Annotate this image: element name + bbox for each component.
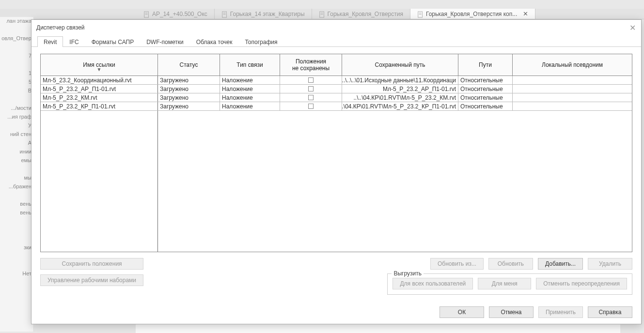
document-icon [417,11,423,17]
background-panel-row [0,26,33,34]
document-tab[interactable]: Горькая_Кровля_Отверстия [312,9,410,19]
tab-strip: RevitIFCФорматы САПРDWF-пометкиОблака то… [31,35,641,47]
background-panel-row: вень [0,209,33,217]
cancel-overrides-button[interactable]: Отменить переопределения [536,278,627,289]
checkbox-icon[interactable] [308,86,314,91]
grid-body: Мл-5_23.2_Координационный.rvtЗагруженоНа… [41,76,632,252]
cell-status: Загружено [158,102,220,110]
tab-dwf-пометки[interactable]: DWF-пометки [140,36,189,47]
apply-button[interactable]: Применить [538,306,583,318]
background-panel-row: бражен... [0,182,33,191]
cell-alias [513,102,632,110]
svg-rect-1 [145,13,148,13]
col-header-path[interactable]: Сохраненный путь [342,54,458,76]
dialog-title: Диспетчер связей [36,24,85,31]
cell-type: Наложение [220,102,280,110]
background-panel-row: В [0,87,33,95]
col-header-name[interactable]: Имя ссылки ▼ [41,54,158,76]
tab-облака-точек[interactable]: Облака точек [190,36,239,47]
svg-rect-8 [320,14,323,15]
background-panel-row: А [0,139,33,148]
cell-alias [513,85,632,93]
cell-paths: Относительные [458,102,513,110]
background-panel-row: мы [0,174,33,182]
document-tab-label: Горькая_14 этаж_Квартиры [230,11,305,17]
background-panel-row [0,217,33,226]
cancel-button[interactable]: Отмена [489,306,534,318]
ok-button[interactable]: ОК [440,306,484,318]
document-tab[interactable]: Горькая_Кровля_Отверстия коп...✕ [410,9,535,19]
cell-path: ..\..\04.КР\01.RVT\Мл-5_Р_23.2_КМ.rvt [342,93,458,102]
background-panel-row: зки [0,243,33,252]
document-icon [143,11,149,17]
tab-топография[interactable]: Топография [238,36,283,47]
links-grid: Имя ссылки ▼ Статус Тип связи Положения … [40,54,632,252]
cell-name: Мл-5_Р_23.2_КР_П1-01.rvt [41,102,158,110]
col-header-unsaved[interactable]: Положения не сохранены [280,54,342,76]
document-tab[interactable]: Горькая_14 этаж_Квартиры [215,9,312,19]
background-properties-panel: лан этажаовля_Отвер715Вмости/...ия граф.… [0,17,34,332]
document-tabs: АР_14_+40.500_ОксГорькая_14 этаж_Квартир… [0,9,644,19]
background-panel-row [0,61,33,69]
svg-rect-2 [145,14,148,15]
col-header-paths[interactable]: Пути [458,54,513,76]
tab-ifc[interactable]: IFC [63,36,85,47]
background-panel-row [0,226,33,235]
col-header-status[interactable]: Статус [158,54,220,76]
background-panel-row: ия граф... [0,113,33,121]
cell-unsaved [280,93,342,102]
cell-name: Мл-5_23.2_Координационный.rvt [41,76,158,84]
checkbox-icon[interactable] [308,104,314,109]
background-panel-row: У [0,121,33,130]
cell-status: Загружено [158,85,220,93]
cell-unsaved [280,102,342,110]
manage-worksets-button[interactable]: Управление рабочими наборами [40,274,143,286]
background-panel-row: инии [0,148,33,156]
grid-header: Имя ссылки ▼ Статус Тип связи Положения … [41,54,632,76]
sort-indicator-icon: ▼ [97,67,102,72]
dialog-footer: ОК Отмена Применить Справка [31,302,641,324]
update-from-button[interactable]: Обновить из... [430,258,484,270]
background-panel-row: 5 [0,78,33,87]
background-panel-row [0,261,33,270]
cell-name: Мл-5_Р_23.2_АР_П1-01.rvt [41,85,158,93]
tab-revit[interactable]: Revit [37,36,63,47]
unload-group: Выгрузить Для всех пользователей Для мен… [387,273,632,295]
close-icon[interactable]: ✕ [523,10,528,17]
col-header-alias[interactable]: Локальный псевдоним [513,54,632,76]
close-icon[interactable]: ✕ [628,23,637,32]
svg-rect-5 [223,14,225,15]
add-button[interactable]: Добавить... [538,258,583,270]
svg-rect-10 [419,13,421,13]
grid-empty-name-col [41,111,158,252]
cell-type: Наложение [220,76,280,84]
background-panel-row [0,43,33,52]
cell-type: Наложение [220,85,280,93]
cell-name: Мл-5_Р_23.2_КМ.rvt [41,93,158,102]
unload-for-all-button[interactable]: Для всех пользователей [393,278,473,289]
checkbox-icon[interactable] [308,95,314,100]
background-panel-row: лан этажа [0,17,33,26]
save-positions-button[interactable]: Сохранить положения [40,258,143,270]
background-panel-row: Нет [0,270,33,278]
table-row[interactable]: Мл-5_Р_23.2_КР_П1-01.rvtЗагруженоНаложен… [41,102,632,111]
table-row[interactable]: Мл-5_Р_23.2_АР_П1-01.rvtЗагруженоНаложен… [41,85,632,93]
tab-форматы-сапр[interactable]: Форматы САПР [85,36,141,47]
background-panel-row: овля_Отвер [0,34,33,43]
update-button[interactable]: Обновить [488,258,533,270]
cell-alias [513,93,632,102]
unload-for-me-button[interactable]: Для меня [478,278,531,289]
cell-path: Мл-5_Р_23.2_АР_П1-01.rvt [342,85,458,93]
svg-rect-7 [320,13,323,13]
help-button[interactable]: Справка [588,306,632,318]
dialog-titlebar: Диспетчер связей ✕ [31,20,641,35]
cell-path: ..\..\04.КР\01.RVT\Мл-5_Р_23.2_КР_П1-01.… [342,102,458,110]
checkbox-icon[interactable] [308,77,314,83]
background-panel-row: 7 [0,52,33,61]
remove-button[interactable]: Удалить [588,258,632,270]
col-header-type[interactable]: Тип связи [220,54,280,76]
document-tab[interactable]: АР_14_+40.500_Окс [137,9,215,19]
table-row[interactable]: Мл-5_Р_23.2_КМ.rvtЗагруженоНаложение..\.… [41,93,632,102]
table-row[interactable]: Мл-5_23.2_Координационный.rvtЗагруженоНа… [41,76,632,85]
background-panel-row [0,252,33,261]
